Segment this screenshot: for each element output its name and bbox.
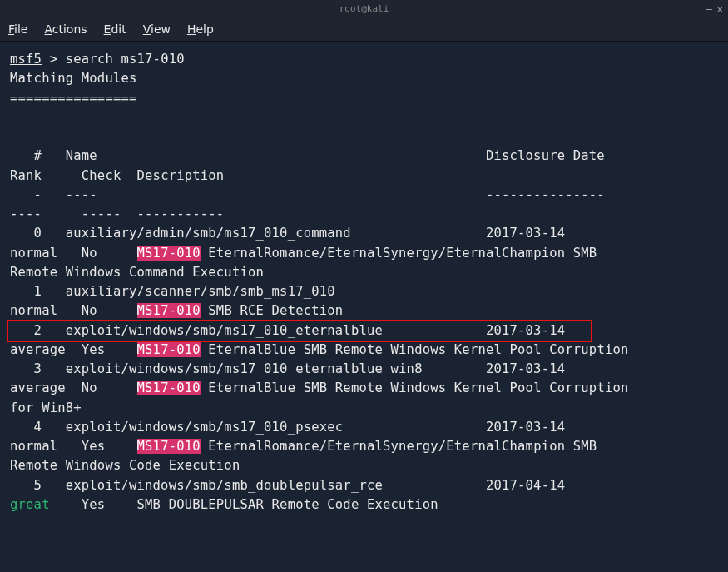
- module-keyword: MS17-010: [137, 439, 201, 454]
- module-index: 0: [10, 226, 50, 241]
- module-rank: normal: [10, 246, 82, 261]
- module-name: exploit/windows/smb/ms17_010_psexec: [50, 420, 486, 435]
- col-check-header: Check: [82, 168, 137, 183]
- col-check-dash: -----: [82, 206, 137, 221]
- menu-help[interactable]: Help: [187, 21, 214, 38]
- section-title: Matching Modules: [10, 71, 137, 86]
- prompt-msf: msf5: [10, 52, 42, 67]
- module-index: 2: [10, 323, 50, 338]
- module-date: 2017-03-14: [486, 361, 565, 376]
- module-row: 1 auxiliary/scanner/smb/smb_ms17_010: [10, 282, 718, 301]
- menu-actions[interactable]: Actions: [44, 21, 87, 38]
- prompt-sep: >: [42, 52, 66, 67]
- module-date: 2017-04-14: [486, 478, 565, 493]
- module-desc: SMB DOUBLEPULSAR Remote Code Execution: [137, 497, 438, 512]
- module-row: 4 exploit/windows/smb/ms17_010_psexec 20…: [10, 418, 718, 437]
- col-num-dash: -: [10, 187, 50, 202]
- module-index: 4: [10, 420, 50, 435]
- module-row-cont: normal No MS17-010 EternalRomance/Eterna…: [10, 244, 718, 263]
- window-title: root@kali: [339, 2, 389, 17]
- highlighted-row-box: 2 exploit/windows/smb/ms17_010_eternalbl…: [7, 320, 592, 342]
- module-row-cont: for Win8+: [10, 399, 718, 418]
- module-row-cont: normal No MS17-010 SMB RCE Detection: [10, 301, 718, 321]
- module-row-cont: average No MS17-010 EternalBlue SMB Remo…: [10, 379, 718, 398]
- module-name: auxiliary/admin/smb/ms17_010_command: [50, 226, 486, 241]
- col-num-header: #: [10, 148, 50, 163]
- module-date: 2017-03-14: [486, 323, 565, 338]
- module-check: No: [82, 303, 137, 318]
- module-rank: normal: [10, 303, 82, 318]
- module-keyword: MS17-010: [137, 246, 201, 261]
- module-date: 2017-03-14: [486, 226, 565, 241]
- module-rank: great: [10, 497, 82, 512]
- module-desc: EternalRomance/EternalSynergy/EternalCha…: [201, 439, 597, 454]
- col-desc-header: Description: [137, 168, 225, 183]
- module-row-cont: normal Yes MS17-010 EternalRomance/Etern…: [10, 437, 718, 456]
- module-check: Yes: [82, 439, 137, 454]
- col-name-dash: ----: [50, 187, 486, 202]
- module-row: 5 exploit/windows/smb/smb_doublepulsar_r…: [10, 476, 718, 495]
- module-keyword: MS17-010: [137, 303, 201, 318]
- module-desc: Remote Windows Code Execution: [10, 458, 240, 473]
- close-icon[interactable]: ✕: [717, 2, 723, 17]
- module-desc: Remote Windows Command Execution: [10, 265, 264, 280]
- col-desc-dash: -----------: [137, 206, 225, 221]
- module-rank: average: [10, 381, 82, 395]
- module-name: exploit/windows/smb/ms17_010_eternalblue: [50, 323, 486, 338]
- module-check: Yes: [82, 342, 137, 357]
- prompt-command: search ms17-010: [66, 52, 185, 67]
- module-row: 2 exploit/windows/smb/ms17_010_eternalbl…: [10, 321, 718, 341]
- module-index: 5: [10, 478, 50, 493]
- menu-file[interactable]: File: [8, 21, 27, 38]
- module-check: No: [82, 246, 137, 261]
- col-rank-dash: ----: [10, 206, 82, 221]
- module-check: No: [82, 381, 137, 395]
- section-underline: ================: [10, 91, 137, 106]
- col-disc-dash: ---------------: [486, 187, 621, 202]
- module-rank: average: [10, 342, 82, 357]
- module-keyword: MS17-010: [137, 381, 201, 395]
- module-index: 3: [10, 361, 50, 376]
- module-name: exploit/windows/smb/smb_doublepulsar_rce: [50, 478, 486, 493]
- module-desc: EternalBlue SMB Remote Windows Kernel Po…: [201, 381, 629, 395]
- module-desc: EternalRomance/EternalSynergy/EternalCha…: [201, 246, 597, 261]
- minimize-icon[interactable]: —: [706, 2, 712, 17]
- module-row-cont: Remote Windows Code Execution: [10, 456, 718, 475]
- window-titlebar: root@kali — ✕: [0, 0, 728, 18]
- module-row: 0 auxiliary/admin/smb/ms17_010_command 2…: [10, 224, 718, 243]
- module-row-cont: average Yes MS17-010 EternalBlue SMB Rem…: [10, 341, 718, 360]
- module-index: 1: [10, 284, 50, 299]
- module-date: 2017-03-14: [486, 420, 565, 435]
- menubar: File Actions Edit View Help: [0, 18, 728, 42]
- module-row: 3 exploit/windows/smb/ms17_010_eternalbl…: [10, 360, 718, 379]
- module-name: auxiliary/scanner/smb/smb_ms17_010: [50, 284, 486, 299]
- col-rank-header: Rank: [10, 168, 82, 183]
- menu-view[interactable]: View: [143, 21, 171, 38]
- module-keyword: MS17-010: [137, 342, 201, 357]
- module-row-cont: Remote Windows Command Execution: [10, 263, 718, 282]
- module-desc: SMB RCE Detection: [201, 303, 344, 318]
- col-disclosure-header: Disclosure Date: [486, 148, 621, 163]
- module-desc: EternalBlue SMB Remote Windows Kernel Po…: [201, 342, 629, 357]
- module-desc: for Win8+: [10, 400, 82, 415]
- module-name: exploit/windows/smb/ms17_010_eternalblue…: [50, 361, 486, 376]
- menu-edit[interactable]: Edit: [104, 21, 126, 38]
- module-check: Yes: [82, 497, 137, 512]
- terminal-output[interactable]: msf5 > search ms17-010Matching Modules =…: [0, 42, 728, 523]
- module-row-cont: great Yes SMB DOUBLEPULSAR Remote Code E…: [10, 495, 718, 515]
- col-name-header: Name: [50, 148, 486, 163]
- module-rank: normal: [10, 439, 82, 454]
